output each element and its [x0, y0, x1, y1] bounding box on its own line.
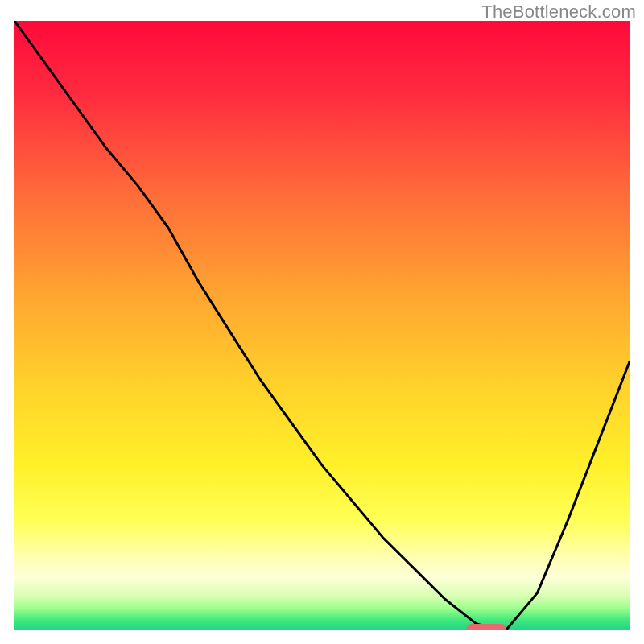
- watermark-text: TheBottleneck.com: [481, 2, 636, 23]
- optimum-marker: [467, 624, 507, 630]
- chart-stage: TheBottleneck.com: [0, 0, 644, 644]
- plot-area: [14, 21, 630, 630]
- gradient-background: [14, 21, 630, 630]
- plot-svg: [14, 21, 630, 630]
